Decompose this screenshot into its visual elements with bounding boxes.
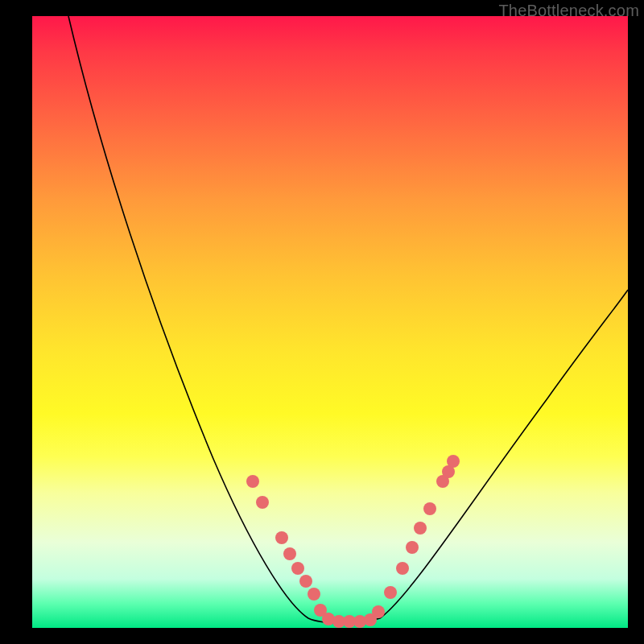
data-point (396, 562, 409, 575)
data-point (423, 502, 436, 515)
data-point (256, 496, 269, 509)
data-point (308, 588, 320, 601)
data-point (372, 605, 385, 618)
watermark-text: TheBottleneck.com (498, 2, 639, 20)
chart-frame (32, 16, 628, 628)
data-point (447, 455, 460, 468)
data-point (406, 541, 419, 554)
data-point (384, 586, 397, 599)
data-point (299, 575, 312, 588)
data-dots (246, 455, 460, 628)
data-point (283, 547, 296, 560)
data-point (291, 562, 304, 575)
data-point (275, 531, 288, 544)
data-point (246, 475, 259, 488)
data-point (414, 522, 427, 535)
chart-overlay (32, 16, 628, 628)
bottleneck-curve (68, 16, 628, 623)
